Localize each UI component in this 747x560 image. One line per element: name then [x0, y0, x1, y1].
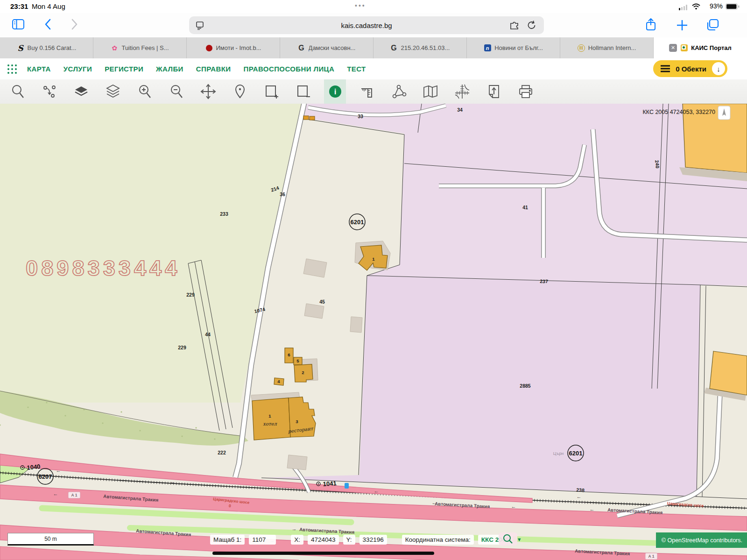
- svg-text:4: 4: [277, 379, 280, 384]
- svg-text:6: 6: [288, 352, 290, 357]
- status-bar: 23:31 Mon 4 Aug ••• 93%: [0, 0, 747, 13]
- svg-text:33: 33: [358, 113, 363, 119]
- print-icon[interactable]: [514, 79, 536, 104]
- measure-area-icon[interactable]: [388, 79, 409, 104]
- objects-button[interactable]: 0 Обекти ↓: [653, 60, 727, 77]
- share-icon[interactable]: [645, 18, 656, 32]
- svg-text:←: ←: [511, 503, 516, 509]
- building-orange-se[interactable]: [710, 351, 747, 395]
- svg-text:i: i: [334, 87, 336, 96]
- objects-count-label: 0 Обекти: [676, 65, 706, 73]
- map-search-button[interactable]: [499, 532, 517, 546]
- measure-length-icon[interactable]: [356, 79, 378, 104]
- tab-imoti[interactable]: Имоти - Imot.b...: [187, 37, 280, 58]
- svg-text:2885: 2885: [520, 383, 531, 389]
- map-canvas[interactable]: 233 229 44 229 214 36 1074 45 33 34 41 2…: [0, 104, 747, 560]
- svg-text:←: ←: [170, 479, 176, 484]
- reader-icon[interactable]: [196, 21, 205, 30]
- svg-text:5: 5: [296, 358, 299, 363]
- new-tab-icon[interactable]: [676, 19, 688, 31]
- svg-text:1: 1: [372, 256, 375, 262]
- svg-text:2: 2: [302, 370, 304, 375]
- address-bar[interactable]: kais.cadastre.bg: [189, 16, 544, 34]
- svg-text:238: 238: [576, 487, 585, 493]
- chevron-down-icon[interactable]: ▼: [517, 537, 522, 542]
- google-g-icon: G: [390, 44, 398, 52]
- zoom-out-icon[interactable]: [165, 79, 187, 104]
- menu-spravki[interactable]: СПРАВКИ: [196, 65, 231, 73]
- app-menu-bar: КАРТА УСЛУГИ РЕГИСТРИ ЖАЛБИ СПРАВКИ ПРАВ…: [0, 58, 747, 80]
- svg-text:44: 44: [205, 332, 211, 337]
- tabs-overview-icon[interactable]: [706, 19, 719, 31]
- svg-text:34: 34: [457, 107, 463, 113]
- search-icon[interactable]: [7, 79, 28, 104]
- extensions-icon[interactable]: [509, 21, 520, 30]
- hamburger-icon: [661, 65, 670, 72]
- wifi-icon: [692, 3, 700, 12]
- gold-h-icon: H: [578, 44, 585, 52]
- svg-text:41: 41: [522, 205, 528, 210]
- tab-novini[interactable]: n Новини от Бълг...: [467, 37, 560, 58]
- svg-text:229: 229: [178, 345, 186, 350]
- layers-stack-icon[interactable]: [102, 79, 124, 104]
- svg-text:222: 222: [218, 450, 226, 455]
- tab-tuition-fees[interactable]: ✿ Tuition Fees | S...: [93, 37, 187, 58]
- layers-filled-icon[interactable]: [70, 79, 92, 104]
- svg-text:36: 36: [280, 191, 285, 197]
- download-arrow-icon[interactable]: ↓: [712, 62, 725, 75]
- tab-buy-carat[interactable]: S Buy 0.156 Carat...: [0, 37, 93, 58]
- google-g-icon: G: [298, 44, 305, 52]
- tab-kais-portal[interactable]: ✕ КАИС Портал: [654, 37, 747, 58]
- menu-registri[interactable]: РЕГИСТРИ: [105, 65, 143, 73]
- coords-readout: ККС 2005 4724053, 332270: [642, 109, 715, 115]
- crs-label: Координатна система:: [402, 535, 474, 545]
- menu-test[interactable]: ТЕСТ: [347, 65, 366, 73]
- sidebar-icon[interactable]: [12, 19, 24, 29]
- scale-bar: 50 m: [7, 533, 94, 546]
- svg-text:хотел: хотел: [263, 421, 277, 426]
- forward-button[interactable]: [71, 19, 78, 30]
- select-add-icon[interactable]: [261, 79, 282, 104]
- scale-input[interactable]: 1107: [249, 535, 276, 545]
- cellular-icon: [679, 4, 688, 12]
- search-icon: [503, 534, 513, 544]
- zoom-in-icon[interactable]: [134, 79, 155, 104]
- tab-hollmann[interactable]: H Hollmann Intern...: [560, 37, 654, 58]
- tab-bar: S Buy 0.156 Carat... ✿ Tuition Fees | S.…: [0, 37, 747, 59]
- route-select-icon[interactable]: [38, 79, 60, 104]
- close-tab-icon[interactable]: ✕: [669, 44, 677, 52]
- small-building: [303, 116, 309, 120]
- svg-text:6201: 6201: [351, 219, 364, 226]
- y-value: 332196: [359, 535, 387, 545]
- coordinates-grid-icon[interactable]: [451, 79, 473, 104]
- svg-text:233: 233: [220, 211, 228, 217]
- tab-ip-address[interactable]: G 215.20.46.51.03...: [374, 37, 467, 58]
- pan-icon[interactable]: [197, 79, 219, 104]
- cadastre-map[interactable]: 233 229 44 229 214 36 1074 45 33 34 41 2…: [0, 104, 747, 560]
- apps-grid-icon[interactable]: [7, 63, 19, 75]
- svg-text:1040: 1040: [27, 463, 41, 471]
- date: Mon 4 Aug: [32, 2, 65, 10]
- info-tool-icon[interactable]: i: [324, 79, 346, 104]
- x-label: X:: [291, 535, 303, 545]
- reload-icon[interactable]: [527, 20, 536, 30]
- menu-karta[interactable]: КАРТА: [27, 65, 51, 73]
- back-button[interactable]: [44, 19, 51, 30]
- menu-uslugi[interactable]: УСЛУГИ: [63, 65, 92, 73]
- small-building: [310, 116, 315, 120]
- map-sheet-icon[interactable]: [419, 79, 441, 104]
- svg-text:Църн: Църн: [553, 451, 564, 456]
- tab-damski[interactable]: G Дамски часовн...: [280, 37, 374, 58]
- menu-pravosposobni[interactable]: ПРАВОСПОСОБНИ ЛИЦА: [243, 65, 334, 73]
- export-file-icon[interactable]: [483, 79, 505, 104]
- osm-attribution[interactable]: © OpenStreetMap contributors.: [656, 532, 747, 548]
- svg-text:237: 237: [540, 278, 548, 284]
- battery-percent: 93%: [710, 2, 723, 10]
- svg-text:1041: 1041: [323, 480, 337, 488]
- menu-zhalbi[interactable]: ЖАЛБИ: [156, 65, 183, 73]
- location-pin-icon[interactable]: [229, 79, 251, 104]
- svg-text:←: ←: [581, 498, 586, 504]
- select-remove-icon[interactable]: [292, 79, 314, 104]
- north-arrow-button[interactable]: [718, 106, 730, 120]
- home-indicator[interactable]: [212, 552, 434, 555]
